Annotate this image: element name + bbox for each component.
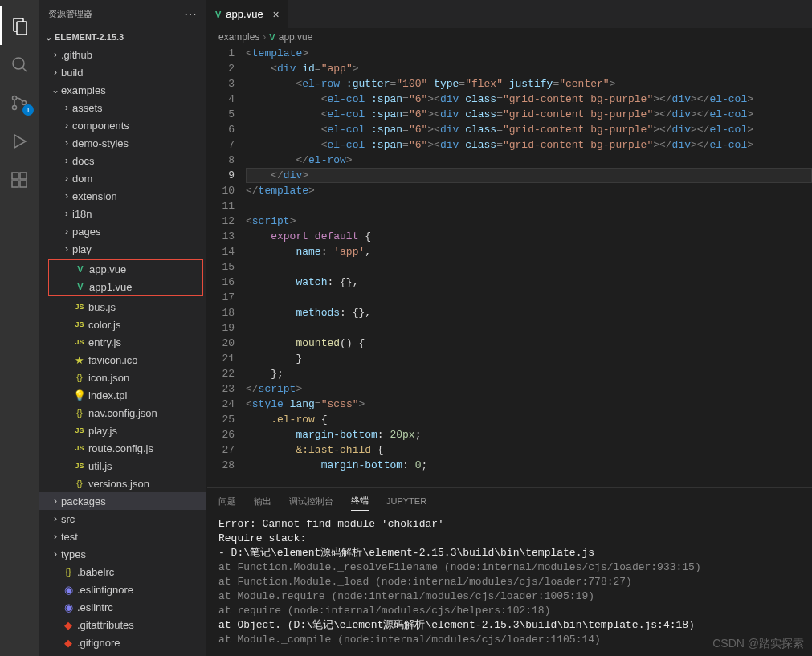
code-area[interactable]: <template> <div id="app"> <el-row :gutte… [246, 46, 812, 487]
tree-item[interactable]: ⌄examples [39, 81, 206, 99]
breadcrumbs[interactable]: examples › V app.vue [207, 28, 812, 46]
tree-item[interactable]: 💡index.tpl [39, 386, 206, 404]
code-line[interactable]: <el-col :span="6"><div class="grid-conte… [246, 122, 812, 137]
code-line[interactable]: .el-row { [246, 412, 812, 427]
code-line[interactable]: <div id="app"> [246, 61, 812, 76]
tree-item[interactable]: ›types [39, 545, 206, 563]
activity-bar: 1 [0, 0, 39, 656]
tree-item[interactable]: ◉.eslintrc [39, 598, 206, 616]
tree-item[interactable]: {}.babelrc [39, 563, 206, 581]
terminal-line: at Object. (D:\笔记\element源码解析\element-2.… [218, 618, 801, 633]
code-line[interactable]: } [246, 351, 812, 366]
code-line[interactable]: <el-col :span="6"><div class="grid-conte… [246, 92, 812, 107]
code-line[interactable]: <style lang="scss"> [246, 397, 812, 412]
project-header[interactable]: ⌄ ELEMENT-2.15.3 [39, 28, 206, 46]
terminal-body[interactable]: Error: Cannot find module 'chokidar'Requ… [207, 514, 812, 656]
svg-rect-10 [20, 181, 27, 187]
line-number: 16 [207, 275, 235, 290]
code-line[interactable]: export default { [246, 229, 812, 244]
code-line[interactable]: </script> [246, 381, 812, 397]
terminal-tab[interactable]: 输出 [254, 492, 271, 511]
line-number: 5 [207, 107, 235, 122]
tree-item-label: play [72, 243, 92, 255]
terminal-tab[interactable]: 终端 [351, 491, 369, 511]
tree-item[interactable]: JScolor.js [39, 316, 206, 333]
tree-item-label: .gitattributes [77, 619, 134, 631]
terminal-tab[interactable]: 调试控制台 [289, 492, 333, 511]
tree-item[interactable]: Vapp.vue [49, 260, 202, 278]
breadcrumb-folder[interactable]: examples [218, 31, 259, 43]
file-tree[interactable]: ›.github›build⌄examples›assets›component… [39, 46, 206, 656]
extensions-icon[interactable] [0, 161, 39, 199]
code-line[interactable]: name: 'app', [246, 244, 812, 259]
sidebar-more-icon[interactable]: ⋯ [184, 6, 197, 22]
tree-item[interactable]: ★favicon.ico [39, 351, 206, 369]
code-line[interactable]: </div> [246, 168, 812, 183]
tree-item[interactable]: ›assets [39, 99, 206, 116]
tree-item[interactable]: JSutil.js [39, 457, 206, 475]
tree-item[interactable]: ›pages [39, 222, 206, 240]
code-line[interactable]: &:last-child { [246, 442, 812, 458]
tree-item[interactable]: ›packages [39, 492, 206, 510]
code-line[interactable]: mounted() { [246, 336, 812, 351]
close-icon[interactable]: × [273, 8, 280, 21]
code-line[interactable] [246, 290, 812, 305]
tree-item[interactable]: ›dom [39, 169, 206, 187]
tree-item[interactable]: ›test [39, 528, 206, 545]
line-number: 19 [207, 320, 235, 336]
line-gutter: 1234567891011121314151617181920212223242… [207, 46, 246, 487]
tree-item-label: versions.json [88, 478, 149, 490]
source-control-icon[interactable]: 1 [0, 84, 39, 122]
tree-item[interactable]: JSentry.js [39, 333, 206, 351]
terminal-tab[interactable]: 问题 [218, 492, 236, 511]
tree-item[interactable]: {}nav.config.json [39, 404, 206, 422]
code-line[interactable]: <script> [246, 214, 812, 229]
tab-app-vue[interactable]: V app.vue × [207, 0, 288, 28]
tree-item[interactable]: ◆.gitattributes [39, 616, 206, 634]
tree-item[interactable]: ›build [39, 63, 206, 81]
code-line[interactable]: </template> [246, 183, 812, 198]
code-line[interactable]: methods: {}, [246, 305, 812, 320]
tree-item[interactable]: JSplay.js [39, 422, 206, 439]
tree-item[interactable]: ›.github [39, 46, 206, 63]
tree-item[interactable]: ◉.eslintignore [39, 581, 206, 598]
code-editor[interactable]: 1234567891011121314151617181920212223242… [207, 46, 812, 487]
explorer-icon[interactable] [0, 6, 39, 45]
code-line[interactable]: }; [246, 366, 812, 381]
breadcrumb-file[interactable]: app.vue [279, 31, 313, 43]
code-line[interactable] [246, 320, 812, 336]
line-number: 15 [207, 259, 235, 275]
code-line[interactable]: margin-bottom: 0; [246, 458, 812, 473]
tree-item[interactable]: Vapp1.vue [49, 278, 202, 295]
line-number: 22 [207, 366, 235, 381]
code-line[interactable]: <el-col :span="6"><div class="grid-conte… [246, 107, 812, 122]
svg-point-5 [13, 106, 17, 110]
code-line[interactable]: margin-bottom: 20px; [246, 427, 812, 442]
code-line[interactable] [246, 198, 812, 214]
tree-item[interactable]: JSroute.config.js [39, 439, 206, 457]
code-line[interactable]: <template> [246, 46, 812, 61]
code-line[interactable]: </el-row> [246, 153, 812, 168]
tree-item-label: src [61, 513, 75, 525]
terminal-line: at Module._compile (node:internal/module… [218, 633, 801, 647]
code-line[interactable] [246, 259, 812, 275]
tree-item[interactable]: {}icon.json [39, 369, 206, 386]
editor-tabs: V app.vue × [207, 0, 812, 28]
tree-item[interactable]: ›i18n [39, 205, 206, 222]
tree-item[interactable]: {}versions.json [39, 475, 206, 492]
tree-item[interactable]: ›play [39, 240, 206, 258]
tree-item[interactable]: ›docs [39, 152, 206, 169]
code-line[interactable]: <el-col :span="6"><div class="grid-conte… [246, 137, 812, 153]
tree-item[interactable]: ›extension [39, 187, 206, 205]
tree-item[interactable]: ›src [39, 510, 206, 528]
tree-item[interactable]: ›components [39, 116, 206, 134]
code-line[interactable]: watch: {}, [246, 275, 812, 290]
tree-item[interactable]: JSbus.js [39, 298, 206, 316]
tree-item[interactable]: ›demo-styles [39, 134, 206, 152]
code-line[interactable]: <el-row :gutter="100" type="flex" justif… [246, 76, 812, 92]
tree-item[interactable]: ◆.gitignore [39, 634, 206, 651]
search-icon[interactable] [0, 45, 39, 84]
terminal-tab[interactable]: JUPYTER [386, 493, 426, 509]
tree-item-label: examples [61, 84, 106, 96]
run-debug-icon[interactable] [0, 122, 39, 161]
